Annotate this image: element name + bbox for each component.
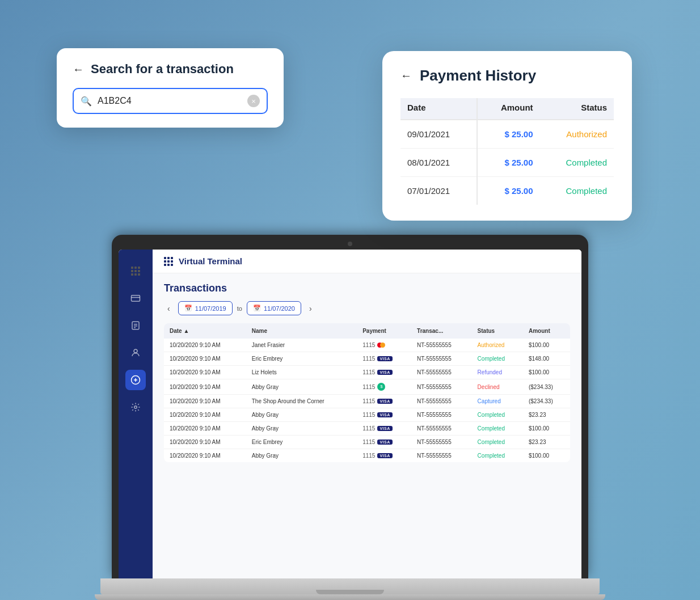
- sidebar-icon-customers[interactable]: [125, 343, 146, 363]
- search-clear-button[interactable]: ×: [247, 95, 260, 107]
- cell-payment: 1115: [357, 339, 411, 352]
- main-content: Virtual Terminal Transactions ‹ 📅 11/07/…: [153, 250, 581, 578]
- cell-date: 10/20/2020 9:10 AM: [164, 395, 246, 408]
- ph-date: 08/01/2021: [400, 149, 477, 177]
- search-back-arrow[interactable]: ←: [73, 63, 84, 76]
- ph-amount: $ 25.00: [477, 177, 539, 205]
- cell-status: Completed: [472, 352, 523, 366]
- date-from-value: 11/07/2019: [195, 305, 226, 312]
- cell-transaction: NT-55555555: [411, 352, 472, 366]
- sidebar: [119, 250, 153, 578]
- laptop-bottom: [95, 594, 605, 600]
- cell-transaction: NT-55555555: [411, 339, 472, 352]
- col-status: Status: [472, 323, 523, 339]
- laptop-screen-border: Virtual Terminal Transactions ‹ 📅 11/07/…: [112, 235, 588, 578]
- cell-date: 10/20/2020 9:10 AM: [164, 366, 246, 379]
- payment-history-card: ← Payment History Date Amount Status 09/…: [382, 51, 632, 221]
- cell-date: 10/20/2020 9:10 AM: [164, 408, 246, 422]
- date-to-button[interactable]: 📅 11/07/2020: [247, 301, 301, 315]
- cell-name: Abby Gray: [246, 408, 357, 422]
- cell-date: 10/20/2020 9:10 AM: [164, 379, 246, 395]
- calendar-icon-from: 📅: [184, 305, 192, 312]
- payment-history-title: Payment History: [420, 67, 536, 84]
- search-icon: 🔍: [81, 96, 92, 107]
- table-row[interactable]: 10/20/2020 9:10 AM Abby Gray 1115 $ NT-5…: [164, 379, 570, 395]
- cell-name: Janet Frasier: [246, 339, 357, 352]
- col-transaction: Transac...: [411, 323, 472, 339]
- cell-status: Refunded: [472, 366, 523, 379]
- date-from-button[interactable]: 📅 11/07/2019: [178, 301, 233, 315]
- date-to-label: to: [237, 305, 242, 312]
- grid-icon: [131, 267, 140, 276]
- table-row[interactable]: 10/20/2020 9:10 AM Abby Gray 1115 VISA N…: [164, 449, 570, 463]
- cell-amount: $100.00: [523, 366, 570, 379]
- table-row[interactable]: 10/20/2020 9:10 AM Liz Holets 1115 VISA …: [164, 366, 570, 379]
- ph-date: 07/01/2021: [400, 177, 477, 205]
- cell-name: The Shop Around the Corner: [246, 395, 357, 408]
- ph-date: 09/01/2021: [400, 120, 477, 149]
- date-prev-button[interactable]: ‹: [164, 303, 174, 314]
- sidebar-icon-reports[interactable]: [125, 315, 146, 336]
- sidebar-icon-settings[interactable]: [125, 397, 146, 417]
- date-next-button[interactable]: ›: [306, 303, 315, 314]
- cell-transaction: NT-55555555: [411, 449, 472, 463]
- cell-amount: $23.23: [523, 408, 570, 422]
- svg-point-6: [134, 349, 137, 353]
- cell-status: Declined: [472, 379, 523, 395]
- cell-status: Completed: [472, 422, 523, 436]
- table-row[interactable]: 10/20/2020 9:10 AM Eric Embrey 1115 VISA…: [164, 436, 570, 449]
- cell-date: 10/20/2020 9:10 AM: [164, 339, 246, 352]
- sidebar-icon-terminal[interactable]: [125, 261, 146, 281]
- transactions-table-container: Date ▲ Name Payment Transac... Status Am…: [164, 323, 570, 462]
- cell-payment: 1115 $: [357, 379, 411, 395]
- cell-transaction: NT-55555555: [411, 379, 472, 395]
- payment-history-back-arrow[interactable]: ←: [400, 69, 412, 82]
- table-row[interactable]: 10/20/2020 9:10 AM Abby Gray 1115 VISA N…: [164, 408, 570, 422]
- cell-amount: $100.00: [523, 449, 570, 463]
- ph-status: Completed: [540, 149, 614, 177]
- cell-status: Completed: [472, 408, 523, 422]
- laptop-camera: [348, 242, 352, 246]
- cell-payment: 1115 VISA: [357, 352, 411, 366]
- date-to-value: 11/07/2020: [264, 305, 295, 312]
- app-header-icon: [164, 257, 173, 266]
- ph-table-row[interactable]: 07/01/2021 $ 25.00 Completed: [400, 177, 614, 205]
- cell-amount: $23.23: [523, 436, 570, 449]
- app-header: Virtual Terminal: [153, 250, 581, 273]
- ph-status: Authorized: [540, 120, 614, 149]
- sidebar-icon-transactions[interactable]: [125, 370, 146, 390]
- col-amount: Amount: [523, 323, 570, 339]
- cell-date: 10/20/2020 9:10 AM: [164, 449, 246, 463]
- ph-table-row[interactable]: 09/01/2021 $ 25.00 Authorized: [400, 120, 614, 149]
- search-card-title: Search for a transaction: [91, 62, 234, 77]
- date-filter-row: ‹ 📅 11/07/2019 to 📅 11/07/2020 ›: [164, 301, 570, 315]
- app-title: Virtual Terminal: [179, 256, 242, 266]
- ph-status: Completed: [540, 177, 614, 205]
- sidebar-icon-payments[interactable]: [125, 288, 146, 309]
- col-date: Date ▲: [164, 323, 246, 339]
- payment-history-table: Date Amount Status 09/01/2021 $ 25.00 Au…: [400, 98, 614, 205]
- ph-table-row[interactable]: 08/01/2021 $ 25.00 Completed: [400, 149, 614, 177]
- cell-name: Liz Holets: [246, 366, 357, 379]
- content-area: Transactions ‹ 📅 11/07/2019 to 📅 11/07/2…: [153, 273, 581, 578]
- cell-amount: $100.00: [523, 422, 570, 436]
- table-row[interactable]: 10/20/2020 9:10 AM Eric Embrey 1115 VISA…: [164, 352, 570, 366]
- cell-name: Abby Gray: [246, 379, 357, 395]
- cell-date: 10/20/2020 9:10 AM: [164, 436, 246, 449]
- cell-payment: 1115 VISA: [357, 408, 411, 422]
- transactions-table: Date ▲ Name Payment Transac... Status Am…: [164, 323, 570, 462]
- ph-amount: $ 25.00: [477, 149, 539, 177]
- table-row[interactable]: 10/20/2020 9:10 AM Janet Frasier 1115 NT…: [164, 339, 570, 352]
- cell-amount: ($234.33): [523, 379, 570, 395]
- cell-payment: 1115 VISA: [357, 436, 411, 449]
- ph-col-amount: Amount: [477, 98, 539, 120]
- cell-name: Abby Gray: [246, 449, 357, 463]
- table-row[interactable]: 10/20/2020 9:10 AM Abby Gray 1115 VISA N…: [164, 422, 570, 436]
- cell-status: Completed: [472, 436, 523, 449]
- cell-payment: 1115 VISA: [357, 422, 411, 436]
- search-input[interactable]: [73, 88, 268, 114]
- cell-payment: 1115 VISA: [357, 449, 411, 463]
- cell-transaction: NT-55555555: [411, 395, 472, 408]
- table-row[interactable]: 10/20/2020 9:10 AM The Shop Around the C…: [164, 395, 570, 408]
- cell-status: Completed: [472, 449, 523, 463]
